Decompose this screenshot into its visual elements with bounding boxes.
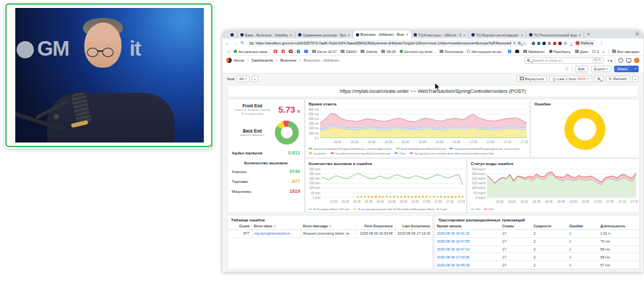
table-link[interactable]: 2025-08-06 16:47:10	[435, 245, 501, 253]
site-info-icon[interactable]	[250, 41, 254, 45]
tab-close-icon[interactable]: ×	[406, 32, 408, 36]
bookmark-item[interactable]: Разобрать	[549, 50, 571, 54]
column-header[interactable]: Ошибки	[567, 223, 598, 230]
refresh-button[interactable]: ◷↻Refresh	[605, 76, 630, 82]
search-input[interactable]: Search or jump to... ⌘+K	[524, 57, 604, 64]
url-bar[interactable]: https://sandbox.gmonit.ru/d/b3257072-0ad…	[247, 40, 528, 46]
bookmark-item[interactable]: Инструкция по ра...	[467, 50, 503, 54]
extension-icon[interactable]	[537, 42, 540, 45]
column-header[interactable]: Время начала	[435, 223, 501, 230]
bookmark-all-folder[interactable]: Все закладки	[608, 50, 639, 54]
column-header[interactable]: Error message ▽	[301, 223, 355, 230]
legend-item[interactable]: Java/other	[309, 151, 327, 155]
column-header[interactable]: Сущности	[532, 223, 567, 230]
legend-item[interactable]: 500	[484, 207, 493, 211]
refresh-interval-caret-icon[interactable]: ▾	[632, 76, 639, 82]
extension-icon[interactable]	[553, 42, 556, 45]
tab-close-icon[interactable]: ×	[521, 33, 523, 37]
legend-item[interactable]: Java/jdk.internal.net.http.HttpClientImp…	[331, 151, 390, 155]
search-icon[interactable]	[518, 42, 521, 44]
throughput-chart[interactable]: 0 rpm50 rpm100 rpm150 rpm200 rpm250 rpm3…	[307, 166, 465, 203]
export-button[interactable]: Export▾	[591, 66, 611, 72]
extension-icon[interactable]	[548, 42, 551, 45]
legend-item[interactable]: External/nodejs/JavaHttpClient/send	[396, 146, 446, 150]
apps-grid-icon[interactable]	[226, 50, 230, 54]
resize-handle-icon[interactable]	[208, 143, 213, 148]
bookmark-item[interactable]: Актуальные кана...	[234, 50, 270, 54]
bookmark-item[interactable]: Песочница	[440, 50, 463, 54]
reload-icon[interactable]: ↻	[240, 40, 245, 46]
forward-icon[interactable]: →	[232, 41, 238, 46]
bookmark-item[interactable]: Sign up	[592, 50, 600, 54]
table-link[interactable]: 2025-08-06 16:47:55	[435, 237, 501, 245]
tab-close-icon[interactable]: ×	[463, 33, 465, 37]
bookmark-item[interactable]: Markdown	[523, 50, 545, 54]
column-header[interactable]: Спаны	[501, 223, 532, 230]
bookmark-item[interactable]	[304, 50, 308, 54]
table-link[interactable]: 2025-08-06 16:41:15	[435, 230, 501, 238]
bookmark-item[interactable]: Services top-level...	[400, 50, 436, 54]
extension-icon[interactable]	[564, 42, 567, 45]
legend-item[interactable]: A Throughput Mean: 212 rpm	[309, 207, 349, 211]
return-button[interactable]: Вернуться	[517, 76, 547, 82]
breadcrumb-business[interactable]: Business	[280, 58, 296, 62]
browser-tab[interactable]: Банк - Business - Dashboar×	[238, 31, 295, 38]
legend-item[interactable]: Datastore/statement/Postgres/generate_se…	[449, 146, 520, 150]
legend-item[interactable]: Spring/Java/com.example.demo.WelcomeCont…	[410, 151, 494, 155]
host-select-caret-icon[interactable]: ▾	[252, 76, 258, 82]
grafana-logo[interactable]	[226, 58, 232, 63]
bookmark-item[interactable]: DEMO	[341, 50, 357, 54]
bookmark-item[interactable]: GitHub	[361, 50, 377, 54]
legend-item[interactable]: Other	[394, 151, 406, 155]
share-button[interactable]: Share▾	[614, 66, 639, 72]
pinned-tab[interactable]	[227, 31, 238, 38]
downloads-icon[interactable]: ↓	[570, 41, 572, 46]
backend-health-donut[interactable]	[275, 121, 299, 144]
panel-title[interactable]: Количество вызовов и ошибок	[305, 159, 466, 166]
favorite-star-icon[interactable]: ☆	[565, 66, 569, 72]
status-codes-chart[interactable]: 0 req/m50 req/m100 req/m150 req/m200 req…	[469, 166, 638, 203]
user-avatar[interactable]	[634, 58, 639, 63]
browser-tab[interactable]: ТС/Кластеры - GMonit - Da×	[411, 31, 469, 38]
bookmark-item[interactable]: T	[297, 50, 301, 54]
table-link[interactable]: 2025-08-06 17:09:36	[435, 253, 501, 261]
extension-icon[interactable]	[532, 42, 535, 45]
profile-chip[interactable]: Работа	[574, 40, 596, 46]
legend-item[interactable]: Datastore/statement/Postgres/information…	[309, 146, 392, 150]
bookmark-item[interactable]: 08.08	[381, 50, 396, 54]
bookmark-item[interactable]	[515, 50, 519, 54]
column-header[interactable]: Count	[228, 223, 252, 230]
bookmark-item[interactable]: M	[289, 50, 293, 54]
column-header[interactable]: First Occurrence	[355, 223, 395, 230]
tab-close-icon[interactable]: ×	[289, 33, 292, 37]
panel-title[interactable]: Статус-коды ошибок	[467, 159, 639, 166]
browser-menu-icon[interactable]: ⋮	[598, 40, 605, 46]
host-select[interactable]: All×	[236, 76, 249, 82]
panel-title[interactable]: Трассировки распределённых транзакций	[435, 215, 639, 223]
bookmark-item[interactable]: A	[282, 50, 285, 54]
bookmark-item[interactable]: C	[508, 50, 512, 54]
breadcrumb-home[interactable]: Home	[234, 58, 244, 62]
bookmark-item[interactable]: Доки	[575, 50, 588, 54]
errors-donut[interactable]	[564, 109, 605, 150]
legend-item[interactable]: B org.springframework.web.util.NestedSer…	[353, 207, 447, 211]
tab-close-icon[interactable]: ×	[347, 33, 350, 37]
back-icon[interactable]: ←	[225, 41, 230, 46]
bookmark-item[interactable]: Demo 16.07	[312, 50, 337, 54]
tab-close-icon[interactable]: ×	[578, 33, 581, 37]
column-header[interactable]: Error class ▽	[252, 223, 301, 230]
translate-icon[interactable]: A	[513, 41, 516, 45]
browser-tab[interactable]: Business - drilldown - Busi×	[353, 30, 411, 38]
help-icon[interactable]: ?	[618, 58, 623, 63]
extension-icon[interactable]	[558, 42, 562, 45]
add-button[interactable]: +▾	[607, 58, 612, 63]
column-header[interactable]: Длительность ↓	[598, 223, 639, 230]
bookmarks-overflow-icon[interactable]: »	[602, 50, 604, 54]
table-link[interactable]: 2025-08-06 16:45:09	[435, 261, 501, 269]
time-range-picker[interactable]: ◷Last 1 hourMSK▾	[549, 76, 592, 82]
column-header[interactable]: Last Occurrence	[395, 223, 432, 230]
kiosk-mode-icon[interactable]	[626, 58, 631, 62]
breadcrumb-dashboards[interactable]: Dashboards	[252, 58, 273, 62]
browser-tab[interactable]: ТС/Журнал регистрации -×	[469, 31, 526, 38]
response-time-chart[interactable]: 0 s100 ms200 ms300 ms400 ms500 ms600 ms1…	[307, 107, 528, 144]
